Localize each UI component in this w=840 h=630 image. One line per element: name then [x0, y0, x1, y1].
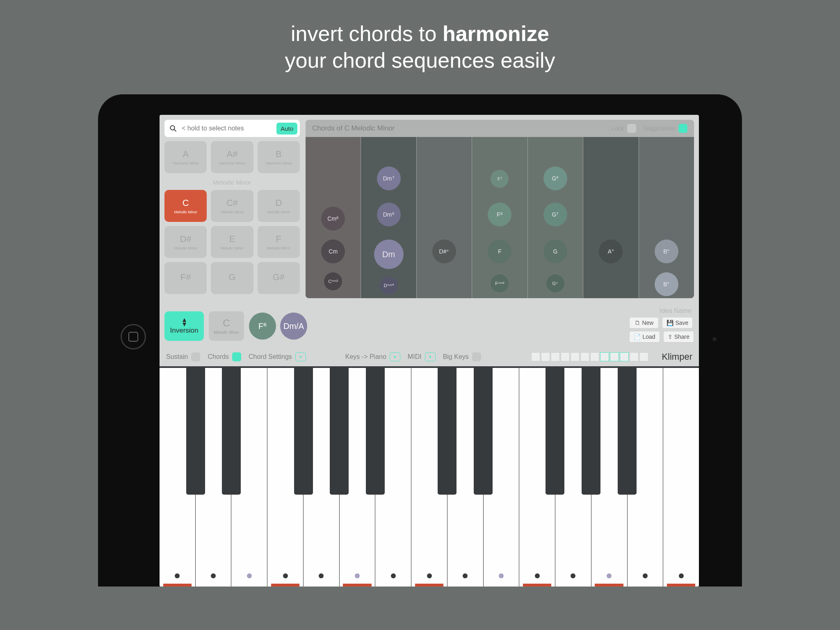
chord-chip[interactable]: F — [488, 240, 511, 263]
mini-key[interactable] — [561, 352, 570, 361]
sequence-row: ▴▾ Inversion CMelodic Minor F⁶Dm/A Idea … — [160, 303, 699, 349]
black-key[interactable] — [366, 368, 385, 495]
chord-chip[interactable]: D#⁺ — [432, 240, 456, 263]
chord-column: D#⁺ — [416, 137, 472, 298]
chord-chip[interactable]: A° — [599, 240, 623, 263]
black-key[interactable] — [222, 368, 241, 495]
key-cell-G[interactable]: G — [211, 262, 253, 294]
key-cell-A#[interactable]: A#Harmonic Minor — [211, 141, 253, 173]
key-cell-F#[interactable]: F# — [164, 262, 207, 294]
key-cell-A[interactable]: AHarmonic Minor — [164, 141, 207, 173]
key-section-label: Melodic Minor — [164, 179, 300, 186]
chord-chip[interactable]: G — [543, 240, 567, 263]
key-cell-D#[interactable]: D#Melodic Minor — [164, 226, 207, 258]
piano-keyboard[interactable] — [160, 366, 699, 587]
app-screen: Auto AHarmonic MinorA#Harmonic MinorBHar… — [160, 115, 699, 587]
white-key[interactable] — [663, 368, 699, 587]
sequence-chord[interactable]: F⁶ — [249, 313, 276, 340]
chord-settings-label: Chord Settings — [249, 353, 292, 361]
search-icon[interactable] — [167, 122, 179, 135]
mini-key[interactable] — [600, 352, 609, 361]
new-button[interactable]: 🗋 New — [629, 317, 659, 329]
key-cell-C[interactable]: CMelodic Minor — [164, 190, 207, 222]
options-bar: Sustain Chords Chord Settings▾ Keys -> P… — [160, 349, 699, 366]
share-button[interactable]: ⇪ Share — [663, 331, 694, 342]
mini-key[interactable] — [610, 352, 619, 361]
inversion-button[interactable]: ▴▾ Inversion — [164, 311, 204, 341]
black-key[interactable] — [618, 368, 637, 495]
search-input[interactable] — [182, 125, 274, 132]
suggestions-toggle[interactable] — [678, 124, 687, 133]
mini-key[interactable] — [620, 352, 629, 361]
mini-key[interactable] — [571, 352, 580, 361]
suggestions-label: Suggestions — [644, 125, 675, 132]
mini-key[interactable] — [531, 352, 540, 361]
key-cell-C#[interactable]: C#Melodic Minor — [211, 190, 253, 222]
chord-settings-dropdown[interactable]: ▾ — [295, 352, 306, 361]
chord-chip[interactable]: Dm⁶ — [377, 203, 401, 226]
chord-chip[interactable]: G⁷ — [543, 203, 567, 226]
mini-key[interactable] — [580, 352, 589, 361]
marketing-headline: invert chords to harmonize your chord se… — [0, 0, 840, 74]
lock-toggle[interactable] — [627, 124, 636, 133]
key-cell-E[interactable]: EMelodic Minor — [211, 226, 253, 258]
chords-label: Chords — [208, 353, 229, 361]
idea-name-label: Idea Name — [629, 307, 694, 315]
chords-toggle[interactable] — [232, 352, 241, 361]
key-cell-G#[interactable]: G# — [258, 262, 300, 294]
key-cell-B[interactable]: BHarmonic Minor — [258, 141, 300, 173]
save-button[interactable]: 💾 Save — [662, 317, 693, 329]
chord-columns: Cm⁶CmCˢᵘˢ²Dm⁷Dm⁶DmDˢᵘˢ⁴D#⁺F⁷F⁶FFˢᵘˢ²G⁹G⁷… — [306, 137, 694, 298]
chord-chip[interactable]: B° — [655, 272, 678, 296]
chord-chip[interactable]: F⁶ — [488, 203, 511, 226]
auto-button[interactable]: Auto — [276, 123, 297, 135]
search-bar: Auto — [164, 120, 300, 137]
keys-piano-dropdown[interactable]: ▾ — [390, 352, 400, 361]
svg-line-1 — [174, 129, 176, 131]
black-key[interactable] — [294, 368, 313, 495]
load-button[interactable]: 📄 Load — [629, 331, 660, 342]
chord-panel-title: Chords of C Melodic Minor — [312, 124, 395, 132]
chord-chip[interactable]: G⁺ — [546, 274, 564, 292]
midi-label: MIDI — [408, 353, 422, 361]
chord-chip[interactable]: F⁷ — [491, 170, 509, 188]
key-cell-D[interactable]: DMelodic Minor — [258, 190, 300, 222]
lock-label: Lock — [612, 125, 624, 132]
svg-point-0 — [170, 126, 175, 130]
chord-column: A° — [583, 137, 638, 298]
mini-key[interactable] — [541, 352, 550, 361]
chord-chip[interactable]: Cm⁶ — [321, 207, 345, 231]
mini-key[interactable] — [630, 352, 639, 361]
mini-key[interactable] — [639, 352, 648, 361]
black-key[interactable] — [582, 368, 600, 495]
black-key[interactable] — [474, 368, 493, 495]
chord-chip[interactable]: Dm⁷ — [377, 167, 401, 190]
midi-dropdown[interactable]: ▾ — [425, 352, 436, 361]
sequence-key[interactable]: CMelodic Minor — [209, 311, 244, 341]
ipad-camera — [712, 337, 717, 341]
black-key[interactable] — [186, 368, 205, 495]
chord-chip[interactable]: Dm — [374, 240, 404, 269]
mini-key[interactable] — [590, 352, 599, 361]
chord-chip[interactable]: Fˢᵘˢ² — [491, 274, 509, 292]
black-key[interactable] — [330, 368, 349, 495]
chord-column: G⁹G⁷GG⁺ — [527, 137, 583, 298]
bigkeys-toggle[interactable] — [472, 352, 481, 361]
mini-keyboard-nav[interactable] — [531, 352, 648, 361]
chord-chip[interactable]: Cm — [321, 240, 345, 263]
mini-key[interactable] — [551, 352, 560, 361]
chord-chip[interactable]: Dˢᵘˢ⁴ — [380, 276, 398, 294]
chord-column: F⁷F⁶FFˢᵘˢ² — [472, 137, 527, 298]
black-key[interactable] — [546, 368, 564, 495]
bigkeys-label: Big Keys — [443, 353, 469, 361]
chord-chip[interactable]: Cˢᵘˢ² — [324, 272, 342, 290]
chord-chip[interactable]: B° — [655, 240, 678, 263]
sustain-toggle[interactable] — [191, 352, 200, 361]
sequence-chord[interactable]: Dm/A — [280, 313, 307, 340]
black-key[interactable] — [438, 368, 457, 495]
chord-chip[interactable]: G⁹ — [543, 167, 567, 190]
ipad-frame: Auto AHarmonic MinorA#Harmonic MinorBHar… — [98, 94, 742, 587]
keys-piano-label: Keys -> Piano — [345, 353, 386, 361]
sustain-label: Sustain — [166, 353, 188, 361]
key-cell-F[interactable]: FMelodic Minor — [258, 226, 300, 258]
